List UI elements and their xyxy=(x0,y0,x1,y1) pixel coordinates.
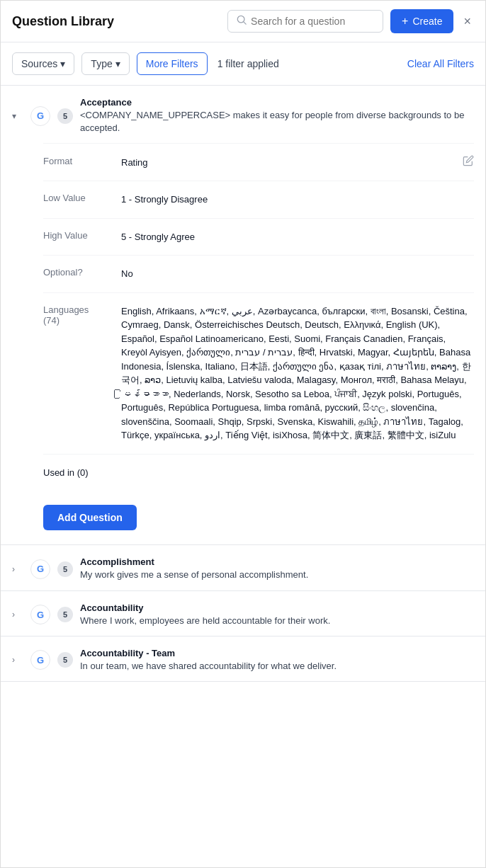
high-value-value: 5 - Strongly Agree xyxy=(121,230,474,244)
used-in-row: Used in (0) xyxy=(43,454,474,491)
add-question-button[interactable]: Add Question xyxy=(43,505,137,530)
question-body: In our team, we have shared accountabili… xyxy=(80,660,474,673)
close-button[interactable]: × xyxy=(460,11,474,32)
search-icon xyxy=(237,15,247,28)
question-header[interactable]: ▾G5Acceptance<COMPANY_NAME_UPPERCASE> ma… xyxy=(1,86,485,143)
source-badge: G xyxy=(30,605,50,624)
chevron-icon: › xyxy=(12,610,23,619)
languages-label: Languages(74) xyxy=(43,304,121,326)
question-count-badge: 5 xyxy=(57,652,73,668)
question-row: ▾G5Acceptance<COMPANY_NAME_UPPERCASE> ma… xyxy=(1,86,485,545)
languages-row: Languages(74)English, Afrikaans, አማርኛ, ع… xyxy=(43,292,474,454)
question-category: Accountability - Team xyxy=(80,648,474,658)
low-value-row: Low Value1 - Strongly Disagree xyxy=(43,181,474,218)
question-category: Acceptance xyxy=(80,97,474,108)
format-row: FormatRating xyxy=(43,143,474,181)
format-value: Rating xyxy=(121,156,463,170)
question-row: ›G5AccountabilityWhere I work, employees… xyxy=(1,591,485,636)
question-header[interactable]: ›G5AccountabilityWhere I work, employees… xyxy=(1,591,485,636)
question-row: ›G5Accountability - TeamIn our team, we … xyxy=(1,636,485,682)
format-label: Format xyxy=(43,156,121,170)
search-input[interactable] xyxy=(251,16,374,27)
filter-applied-badge: 1 filter applied xyxy=(217,58,279,69)
used-in-value: Used in (0) xyxy=(43,466,474,480)
chevron-icon: › xyxy=(12,655,23,665)
page-title: Question Library xyxy=(12,14,114,29)
plus-icon: + xyxy=(402,15,408,28)
header-actions: + Create × xyxy=(227,9,474,33)
edit-icon[interactable] xyxy=(463,155,474,169)
chevron-icon: › xyxy=(12,564,23,574)
source-badge: G xyxy=(30,650,50,670)
optional-row: Optional?No xyxy=(43,255,474,292)
type-filter-button[interactable]: Type ▾ xyxy=(81,52,129,75)
header: Question Library + Create × xyxy=(1,1,485,42)
high-value-label: High Value xyxy=(43,230,121,241)
question-text-block: AccomplishmentMy work gives me a sense o… xyxy=(80,556,474,581)
question-header[interactable]: ›G5Accountability - TeamIn our team, we … xyxy=(1,636,485,681)
sources-filter-button[interactable]: Sources ▾ xyxy=(12,52,74,75)
question-header[interactable]: ›G5AccomplishmentMy work gives me a sens… xyxy=(1,545,485,590)
optional-value: No xyxy=(121,267,474,281)
question-count-badge: 5 xyxy=(57,607,73,622)
more-filters-button[interactable]: More Filters xyxy=(137,52,208,75)
low-value-label: Low Value xyxy=(43,193,121,203)
question-list: ▾G5Acceptance<COMPANY_NAME_UPPERCASE> ma… xyxy=(1,86,485,682)
question-text-block: Acceptance<COMPANY_NAME_UPPERCASE> makes… xyxy=(80,97,474,135)
source-badge: G xyxy=(30,106,50,126)
chevron-icon: ▾ xyxy=(12,111,23,121)
question-detail: FormatRatingLow Value1 - Strongly Disagr… xyxy=(1,143,485,544)
question-row: ›G5AccomplishmentMy work gives me a sens… xyxy=(1,545,485,590)
question-body: Where I work, employees are held account… xyxy=(80,615,474,627)
optional-label: Optional? xyxy=(43,267,121,278)
low-value-value: 1 - Strongly Disagree xyxy=(121,193,474,207)
source-badge: G xyxy=(30,559,50,579)
question-body: <COMPANY_NAME_UPPERCASE> makes it easy f… xyxy=(80,109,474,135)
filters-bar: Sources ▾ Type ▾ More Filters 1 filter a… xyxy=(1,42,485,86)
question-text-block: AccountabilityWhere I work, employees ar… xyxy=(80,603,474,627)
high-value-row: High Value5 - Strongly Agree xyxy=(43,218,474,256)
clear-all-filters-button[interactable]: Clear All Filters xyxy=(407,58,474,69)
question-text-block: Accountability - TeamIn our team, we hav… xyxy=(80,648,474,673)
question-count-badge: 5 xyxy=(57,561,73,577)
search-box[interactable] xyxy=(227,10,383,33)
svg-line-1 xyxy=(244,22,247,25)
question-category: Accountability xyxy=(80,603,474,613)
question-body: My work gives me a sense of personal acc… xyxy=(80,569,474,581)
question-count-badge: 5 xyxy=(57,108,73,124)
question-category: Accomplishment xyxy=(80,556,474,567)
create-button[interactable]: + Create xyxy=(390,9,453,33)
languages-value: English, Afrikaans, አማርኛ, عربي, Azərbayc… xyxy=(121,304,474,442)
